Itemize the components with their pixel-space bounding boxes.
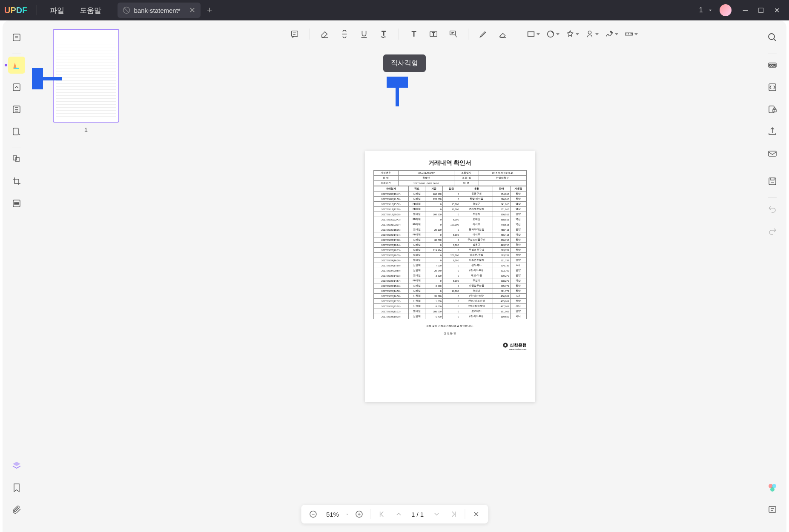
redo-icon[interactable] (764, 223, 781, 240)
chevron-down-icon[interactable] (707, 7, 713, 13)
sticker-tool[interactable] (584, 26, 600, 42)
doc-bank-logo: 신한은행 www.shinhan.com (373, 342, 527, 351)
callout-tool[interactable] (445, 26, 461, 42)
svg-line-1 (124, 8, 129, 13)
left-sidebar (3, 20, 31, 532)
rectangle-tool[interactable] (525, 26, 541, 42)
stamp-tool[interactable] (564, 26, 580, 42)
pencil-tool[interactable] (475, 26, 491, 42)
tab-title: bank-statement* (134, 7, 180, 14)
doc-data-table: 거래일자적요지급입금내용잔액거래점 2017/05/05(19:47)모바일26… (373, 186, 527, 319)
zoom-level[interactable]: 51% (322, 511, 343, 518)
doc-header-table: 계정번호 110-454-089597 조회일시 2017.06.02 13:2… (373, 170, 527, 186)
svg-text:OCR: OCR (769, 64, 776, 67)
textbox-tool[interactable]: T (425, 26, 442, 42)
page-navigation: 51% 1 / 1 (301, 505, 488, 523)
table-row: 2017/05/23(17:38)모바일30,7000주점조리물구비436,71… (373, 237, 526, 243)
svg-point-17 (769, 34, 775, 40)
table-row: 2017/05/26(22:02)신한체8,0000(주)성리이세밥477,05… (373, 304, 526, 309)
edit-tool[interactable] (8, 79, 25, 96)
prev-page-icon[interactable] (391, 506, 406, 522)
table-header: 잔액 (493, 186, 510, 192)
document-tab[interactable]: bank-statement* ✕ (118, 3, 200, 18)
zoom-in-icon[interactable] (351, 506, 367, 522)
tab-close-icon[interactable]: ✕ (189, 6, 195, 15)
svg-rect-2 (13, 34, 20, 41)
eraser-tool[interactable] (495, 26, 511, 42)
table-row: 2017/05/25(14:57)FB이체08,000주점티508,279역삼 (373, 278, 526, 283)
text-tool[interactable]: T (406, 26, 422, 42)
table-row: 2017/05/26(16:58)신한체35,7200(주)이마트랑486,05… (373, 294, 526, 299)
table-row: 2017/05/22(15:06)모바일20,1000봉자락타일돔458,413… (373, 227, 526, 232)
menu-file[interactable]: 파일 (50, 6, 64, 15)
layers-tool[interactable] (8, 457, 25, 474)
last-page-icon[interactable] (446, 506, 461, 522)
document-viewer: 거래내역 확인서 계정번호 110-454-089597 조회일시 2017.0… (141, 20, 758, 532)
underline-tool[interactable] (356, 26, 372, 42)
divider (37, 5, 37, 15)
reader-tool[interactable] (8, 29, 25, 46)
table-header: 적요 (408, 186, 425, 192)
minimize-icon[interactable]: ─ (738, 6, 753, 14)
highlight-tool[interactable] (317, 26, 333, 42)
first-page-icon[interactable] (374, 506, 389, 522)
table-row: 2017/05/21(23:07)FB이체0120,000이석주478,513역… (373, 222, 526, 227)
svg-rect-40 (450, 31, 455, 35)
avatar[interactable] (720, 4, 732, 16)
document-page[interactable]: 거래내역 확인서 계정번호 110-454-089597 조회일시 2017.0… (365, 151, 535, 402)
share-icon[interactable] (764, 123, 781, 140)
email-icon[interactable] (764, 145, 781, 162)
organize-tool[interactable] (8, 151, 25, 168)
comment-tool[interactable] (8, 57, 25, 74)
zoom-out-icon[interactable] (305, 506, 321, 522)
page-count[interactable]: 1 (699, 6, 703, 14)
table-row: 2017/05/28(11:12)모바일286,0000모즈비어191,059한… (373, 309, 526, 314)
menu-help[interactable]: 도움말 (80, 6, 101, 15)
svg-rect-12 (13, 156, 17, 160)
redact-tool[interactable] (8, 195, 25, 212)
table-row: 2017/05/25(14:02)모바일3,5200재료-티끌500,279한양 (373, 273, 526, 278)
next-page-icon[interactable] (429, 506, 444, 522)
strikethrough-tool[interactable] (336, 26, 353, 42)
table-row: 2017/05/23(20:15)모바일119,9740주점과류꾸밈323,73… (373, 248, 526, 253)
signature-tool[interactable] (603, 26, 620, 42)
table-row: 2017/05/24(16:30)모바일08,000이승연주철티531,739한… (373, 258, 526, 263)
undo-icon[interactable] (764, 200, 781, 217)
tab-icon (123, 6, 130, 14)
svg-rect-11 (13, 128, 18, 135)
form-tool[interactable] (8, 101, 25, 118)
table-header: 거래일자 (373, 186, 408, 192)
svg-rect-44 (528, 32, 534, 37)
zoom-dropdown-icon[interactable] (344, 512, 350, 517)
table-row: 2017/05/17(17:05)FB이체010,000연과제추절티551,01… (373, 207, 526, 212)
maximize-icon[interactable]: ☐ (753, 6, 769, 14)
svg-rect-25 (769, 178, 776, 185)
page-indicator[interactable]: 1 / 1 (408, 511, 427, 518)
ai-icon[interactable] (764, 479, 781, 496)
comment-list-icon[interactable] (764, 501, 781, 518)
shape-tool[interactable] (545, 26, 561, 42)
svg-rect-24 (769, 151, 776, 156)
ocr-icon[interactable]: OCR (764, 57, 781, 74)
search-icon[interactable] (764, 29, 781, 46)
svg-rect-32 (291, 31, 298, 37)
convert-icon[interactable] (764, 79, 781, 96)
table-row: 2017/05/23(18:24)모바일08,000김동규443,713천안 (373, 243, 526, 248)
measure-tool[interactable] (623, 26, 639, 42)
protect-icon[interactable] (764, 101, 781, 118)
svg-rect-23 (773, 109, 776, 112)
fill-sign-tool[interactable] (8, 123, 25, 140)
doc-title: 거래내역 확인서 (373, 159, 527, 167)
crop-tool[interactable] (8, 173, 25, 190)
attachment-tool[interactable] (8, 501, 25, 518)
bookmark-tool[interactable] (8, 479, 25, 496)
save-icon[interactable] (764, 173, 781, 190)
svg-rect-29 (769, 506, 776, 512)
squiggly-tool[interactable]: T (376, 26, 392, 42)
svg-text:T: T (411, 29, 416, 38)
tab-add-icon[interactable]: + (207, 5, 212, 16)
note-tool[interactable] (287, 26, 303, 42)
table-row: 2017/05/10(15:52)FB이체015,000홍석곤541,013역삼 (373, 202, 526, 207)
close-icon[interactable]: ✕ (769, 6, 785, 14)
close-nav-icon[interactable] (468, 506, 484, 522)
